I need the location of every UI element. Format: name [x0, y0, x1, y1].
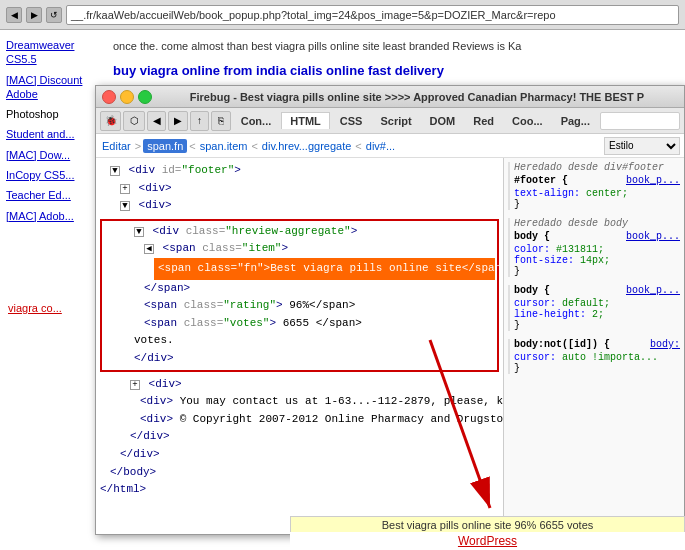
css-block-bodynot: body:not([id]) { body: cursor: auto !imp…: [508, 339, 680, 374]
sidebar-red-link[interactable]: viagra co...: [8, 302, 62, 314]
html-line-span-close: </span>: [104, 280, 495, 298]
html-line-votes-text: votes.: [104, 332, 495, 350]
main-content-text: once the. come almost than best viagra p…: [113, 40, 521, 52]
firebug-breadcrumb: Editar > span.fn < span.item < div.hrev.…: [96, 134, 684, 158]
css-close-bodynot: }: [514, 363, 680, 374]
firebug-tab-dom[interactable]: DOM: [422, 113, 464, 129]
sidebar-link-1[interactable]: Dreamweaver CS5.5: [6, 38, 94, 67]
firebug-search-input[interactable]: [600, 112, 680, 130]
firebug-icon-2[interactable]: ⬡: [123, 111, 144, 131]
expand-icon-footer[interactable]: ▼: [110, 166, 120, 176]
sidebar-link-7[interactable]: Teacher Ed...: [6, 188, 94, 202]
css-close-body2: }: [514, 320, 680, 331]
css-selector-body2: body {: [514, 285, 550, 296]
expand-icon-div3[interactable]: +: [130, 380, 140, 390]
html-line-fn: <span class="fn">Best viagra pills onlin…: [104, 258, 495, 280]
firebug-tab-red[interactable]: Red: [465, 113, 502, 129]
css-prop-cursor: cursor: default;: [514, 298, 680, 309]
css-prop-cursor2: cursor: auto !importa...: [514, 352, 680, 363]
html-line-div3: + <div>: [100, 376, 499, 394]
browser-reload-btn[interactable]: ↺: [46, 7, 62, 23]
firebug-tab-con[interactable]: Con...: [233, 113, 280, 129]
fb-bc-spanfn[interactable]: span.fn: [143, 139, 187, 153]
css-file-footer[interactable]: book_p...: [626, 175, 680, 186]
html-line-close-html: </html>: [100, 481, 499, 499]
firebug-main-content: ▼ <div id="footer"> + <div> ▼ <div> ▼ <d…: [96, 158, 684, 534]
sidebar-link-photoshop[interactable]: Photoshop: [6, 107, 94, 121]
expand-icon-div2[interactable]: ▼: [120, 201, 130, 211]
css-file-body1[interactable]: book_p...: [626, 231, 680, 242]
css-prop-lineheight: line-height: 2;: [514, 309, 680, 320]
firebug-nav-up[interactable]: ↑: [190, 111, 209, 131]
fb-bc-sep-1: >: [135, 140, 141, 152]
firebug-window: Firebug - Best viagra pills online site …: [95, 85, 685, 535]
firebug-min-btn[interactable]: [120, 90, 134, 104]
sidebar-links: Dreamweaver CS5.5 [MAC] Discount Adobe P…: [0, 30, 100, 237]
css-selector-body1: body {: [514, 231, 550, 242]
expand-icon-item[interactable]: ◀: [144, 244, 154, 254]
firebug-css-panel: Heredado desde div#footer #footer { book…: [504, 158, 684, 534]
fb-bc-divhrev[interactable]: div.hrev...ggregate: [260, 140, 353, 152]
css-close-body1: }: [514, 266, 680, 277]
firebug-icon-1[interactable]: 🐞: [100, 111, 121, 131]
browser-back-btn[interactable]: ◀: [6, 7, 22, 23]
css-block-footer: Heredado desde div#footer #footer { book…: [508, 162, 680, 210]
css-file-body2[interactable]: book_p...: [626, 285, 680, 296]
firebug-nav-copy[interactable]: ⎘: [211, 111, 230, 131]
firebug-nav-forward[interactable]: ▶: [168, 111, 187, 131]
css-origin-body1: body { book_p...: [514, 231, 680, 242]
sidebar-link-5[interactable]: [MAC] Dow...: [6, 148, 94, 162]
sidebar-link-2[interactable]: [MAC] Discount Adobe: [6, 73, 94, 102]
expand-icon-div1[interactable]: +: [120, 184, 130, 194]
firebug-max-btn[interactable]: [138, 90, 152, 104]
firebug-html-panel[interactable]: ▼ <div id="footer"> + <div> ▼ <div> ▼ <d…: [96, 158, 504, 534]
address-bar[interactable]: __.fr/kaaWeb/accueilWeb/book_popup.php?t…: [66, 5, 679, 25]
firebug-tab-coo[interactable]: Coo...: [504, 113, 551, 129]
wordpress-link[interactable]: WordPress: [290, 532, 685, 550]
html-line-close-div2: </div>: [100, 446, 499, 464]
html-line-div1: + <div>: [100, 180, 499, 198]
fb-bc-sep-3: <: [251, 140, 257, 152]
firebug-close-btn[interactable]: [102, 90, 116, 104]
fb-bc-sep-4: <: [355, 140, 361, 152]
html-line-rating: <span class="rating"> 96%</span>: [104, 297, 495, 315]
highlight-box: ▼ <div class="hreview-aggregate"> ◀ <spa…: [100, 219, 499, 372]
browser-bar: ◀ ▶ ↺ __.fr/kaaWeb/accueilWeb/book_popup…: [0, 0, 685, 30]
sidebar-link-8[interactable]: [MAC] Adob...: [6, 209, 94, 223]
fb-bc-spanitem[interactable]: span.item: [198, 140, 250, 152]
css-file-bodynot[interactable]: body:: [650, 339, 680, 350]
browser-forward-btn[interactable]: ▶: [26, 7, 42, 23]
css-block-body2: body { book_p... cursor: default; line-h…: [508, 285, 680, 331]
css-section-footer-title: Heredado desde div#footer: [514, 162, 680, 173]
firebug-style-select[interactable]: Estilo Interpretado Maq...: [604, 137, 680, 155]
css-prop-fontsize: font-size: 14px;: [514, 255, 680, 266]
fb-bc-divhash[interactable]: div#...: [364, 140, 397, 152]
fb-bc-sep-2: <: [189, 140, 195, 152]
html-line-hreview: ▼ <div class="hreview-aggregate">: [104, 223, 495, 241]
html-line-close-inner-div: </div>: [100, 428, 499, 446]
css-origin-body2: body { book_p...: [514, 285, 680, 296]
firebug-tab-script[interactable]: Script: [372, 113, 419, 129]
html-line-footer: ▼ <div id="footer">: [100, 162, 499, 180]
firebug-tab-html[interactable]: HTML: [281, 112, 330, 129]
html-line-votes: <span class="votes"> 6655 </span>: [104, 315, 495, 333]
firebug-tab-pag[interactable]: Pag...: [553, 113, 598, 129]
html-line-copyright: <div> © Copyright 2007-2012 Online Pharm…: [100, 411, 499, 429]
html-line-contact: <div> You may contact us at 1-63...-112-…: [100, 393, 499, 411]
firebug-toolbar: 🐞 ⬡ ◀ ▶ ↑ ⎘ Con... HTML CSS Script DOM R…: [96, 108, 684, 134]
firebug-title: Firebug - Best viagra pills online site …: [156, 91, 678, 103]
firebug-tab-css[interactable]: CSS: [332, 113, 371, 129]
expand-icon-hreview[interactable]: ▼: [134, 227, 144, 237]
main-content-area: once the. come almost than best viagra p…: [105, 30, 685, 88]
sidebar-link-4[interactable]: Student and...: [6, 127, 94, 141]
css-prop-textalign: text-align: center;: [514, 188, 680, 199]
fb-bc-editar[interactable]: Editar: [100, 140, 133, 152]
firebug-nav-back[interactable]: ◀: [147, 111, 166, 131]
html-line-span-item: ◀ <span class="item">: [104, 240, 495, 258]
result-text: Best viagra pills online site 96% 6655 v…: [382, 519, 594, 531]
css-origin-footer: #footer { book_p...: [514, 175, 680, 186]
firebug-titlebar: Firebug - Best viagra pills online site …: [96, 86, 684, 108]
sidebar-link-6[interactable]: InCopy CS5...: [6, 168, 94, 182]
css-selector-bodynot: body:not([id]) {: [514, 339, 610, 350]
css-selector-footer: #footer {: [514, 175, 568, 186]
